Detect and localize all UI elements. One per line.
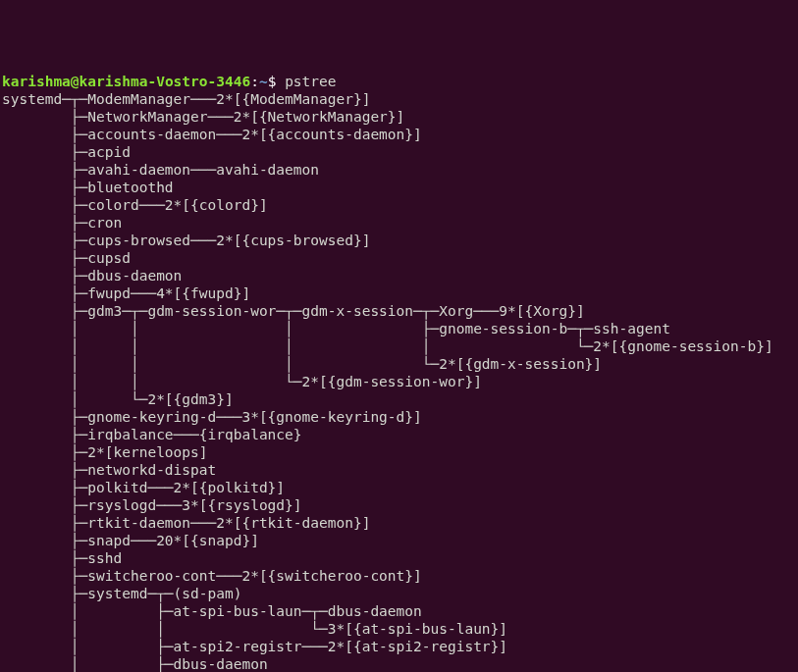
pstree-output: systemd─┬─ModemManager───2*[{ModemManage… <box>2 90 796 672</box>
prompt-dollar: $ <box>268 74 285 89</box>
terminal-window[interactable]: karishma@karishma-Vostro-3446:~$ pstree … <box>2 73 796 672</box>
prompt-colon: : <box>250 74 259 89</box>
prompt-line: karishma@karishma-Vostro-3446:~$ pstree <box>2 74 337 89</box>
prompt-user: karishma <box>2 74 71 89</box>
prompt-host: karishma-Vostro-3446 <box>80 74 251 89</box>
command-text: pstree <box>285 74 336 89</box>
prompt-path: ~ <box>259 74 268 89</box>
prompt-at: @ <box>71 74 80 89</box>
